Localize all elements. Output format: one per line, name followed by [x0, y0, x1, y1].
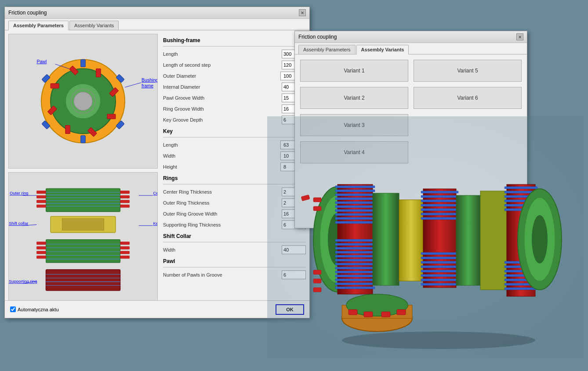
svg-rect-34 — [120, 205, 130, 207]
svg-rect-104 — [335, 283, 375, 285]
tab-assembly-parameters[interactable]: Assembly Parameters — [8, 21, 69, 30]
svg-rect-97 — [335, 255, 375, 257]
param-supporting-ring-thickness-label: Supporting Ring Thickness — [163, 222, 282, 227]
svg-rect-98 — [335, 259, 375, 261]
param-outer-ring-thickness-label: Outer Ring Thickness — [163, 200, 282, 205]
variants-tab-assembly-parameters[interactable]: Assembly Parameters — [298, 45, 356, 54]
svg-rect-119 — [421, 266, 458, 268]
divider-1 — [163, 46, 306, 47]
svg-point-18 — [74, 92, 92, 110]
param-pawl-count-label: Number of Pawls in Groove — [163, 272, 282, 277]
svg-rect-85 — [335, 194, 375, 196]
svg-rect-91 — [335, 217, 375, 220]
param-ring-groove-width-label: Ring Groove Width — [163, 106, 282, 112]
svg-rect-90 — [335, 213, 375, 216]
svg-rect-116 — [421, 252, 458, 255]
svg-rect-111 — [421, 200, 458, 202]
svg-rect-127 — [505, 187, 537, 189]
svg-text:Key: Key — [153, 221, 157, 226]
svg-rect-120 — [421, 270, 458, 272]
svg-rect-124 — [456, 195, 480, 285]
svg-text:frame: frame — [142, 83, 153, 88]
svg-rect-81 — [313, 288, 321, 292]
main-content: Pawl Bushing- frame — [5, 30, 309, 310]
left-panel: Pawl Bushing- frame — [8, 34, 158, 307]
variants-dialog-title: Friction coupling — [298, 34, 337, 40]
3d-model — [267, 116, 584, 358]
svg-rect-103 — [335, 279, 375, 281]
main-tab-bar: Assembly Parameters Assembly Variants — [5, 19, 309, 30]
svg-rect-139 — [505, 288, 537, 290]
param-internal-diameter: Internal Diameter — [163, 82, 306, 92]
tab-assembly-variants[interactable]: Assembly Variants — [69, 21, 119, 30]
svg-rect-51 — [120, 256, 130, 258]
svg-rect-79 — [313, 270, 321, 274]
svg-rect-113 — [421, 209, 458, 211]
main-dialog-close-button[interactable]: ✕ — [299, 9, 306, 16]
svg-rect-148 — [381, 312, 390, 317]
svg-rect-57 — [46, 270, 120, 291]
svg-rect-101 — [335, 271, 375, 273]
auto-update-checkbox[interactable] — [10, 306, 16, 312]
auto-update-label: Automatyczna aktu — [18, 307, 59, 312]
main-dialog-title: Friction coupling — [8, 10, 47, 16]
svg-rect-112 — [421, 204, 458, 206]
param-outer-ring-groove-width-label: Outer Ring Groove Width — [163, 211, 282, 216]
variants-dialog-titlebar: Friction coupling ✕ — [295, 31, 527, 43]
circular-diagram-svg: Pawl Bushing- frame — [9, 34, 157, 168]
param-pawl-groove-width-label: Pawl Groove Width — [163, 95, 282, 101]
svg-rect-105 — [335, 287, 375, 289]
main-dialog: Friction coupling ✕ Assembly Parameters … — [4, 7, 310, 318]
svg-rect-121 — [421, 274, 458, 277]
svg-rect-48 — [36, 251, 46, 254]
svg-text:Center ring: Center ring — [153, 191, 157, 195]
param-outer-diameter-label: Outer Diameter — [163, 73, 280, 79]
svg-rect-27 — [36, 191, 46, 194]
svg-rect-115 — [421, 217, 458, 220]
variant-5-button[interactable]: Variant 5 — [414, 60, 522, 82]
svg-rect-8 — [107, 114, 116, 119]
param-length-second-step-label: Length of second step — [163, 62, 282, 68]
svg-rect-84 — [335, 190, 375, 192]
variants-tab-bar: Assembly Parameters Assembly Variants — [295, 43, 527, 54]
svg-rect-31 — [36, 200, 46, 203]
svg-point-150 — [342, 331, 535, 349]
bottom-diagram: Outer ring Center ring Key Shift collar … — [8, 172, 158, 307]
svg-rect-89 — [335, 209, 375, 212]
svg-rect-109 — [421, 191, 458, 193]
main-dialog-titlebar: Friction coupling ✕ — [5, 7, 309, 19]
svg-rect-32 — [120, 200, 130, 203]
svg-text:Supporting ring: Supporting ring — [9, 279, 37, 284]
svg-rect-33 — [36, 205, 46, 207]
svg-rect-96 — [335, 251, 375, 253]
svg-rect-110 — [421, 195, 458, 198]
svg-rect-88 — [335, 205, 375, 208]
param-key-groove-depth-label: Key Groove Depth — [163, 117, 282, 122]
svg-rect-93 — [335, 239, 375, 241]
svg-rect-100 — [335, 267, 375, 269]
svg-rect-44 — [36, 242, 46, 245]
param-pawl-groove-width: Pawl Groove Width — [163, 93, 306, 103]
svg-rect-95 — [335, 247, 375, 249]
svg-rect-114 — [421, 213, 458, 215]
param-shift-collar-width-label: Width — [163, 247, 282, 252]
svg-rect-92 — [335, 221, 375, 223]
svg-rect-107 — [399, 200, 423, 281]
variants-dialog-close-button[interactable]: ✕ — [516, 33, 523, 40]
variant-6-button[interactable]: Variant 6 — [414, 87, 522, 109]
param-length-label: Length — [163, 51, 282, 57]
svg-rect-49 — [120, 251, 130, 254]
svg-rect-87 — [335, 202, 375, 204]
variants-tab-assembly-variants[interactable]: Assembly Variants — [356, 45, 409, 54]
variant-1-button[interactable]: Variant 1 — [300, 60, 408, 82]
svg-rect-29 — [36, 195, 46, 198]
svg-rect-42 — [62, 219, 104, 230]
svg-rect-118 — [421, 261, 458, 263]
variant-2-button[interactable]: Variant 2 — [300, 87, 408, 109]
svg-rect-86 — [335, 198, 375, 200]
svg-rect-106 — [373, 193, 399, 285]
svg-text:Outer ring: Outer ring — [10, 191, 28, 195]
svg-rect-80 — [313, 279, 321, 283]
auto-update-checkbox-label[interactable]: Automatyczna aktu — [10, 306, 59, 312]
svg-rect-94 — [335, 243, 375, 245]
